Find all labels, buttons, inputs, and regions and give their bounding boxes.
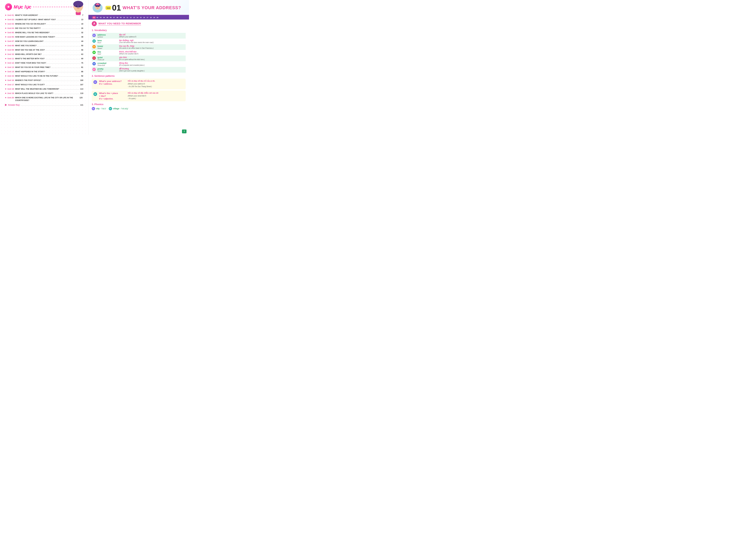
toc-item-text: WHAT DID YOU SEE AT THE ZOO? — [15, 49, 45, 52]
toc-item-17[interactable]: ● Unit 17: WHAT WOULD YOU LIKE TO EAT? 1… — [5, 83, 83, 86]
toc-page-num: 100 — [80, 79, 83, 82]
right-panel: Unit 01 WHAT'S YOUR ADDRESS? ● 01 02 03 … — [88, 0, 189, 135]
vocab-word-cell: like /laɪk/ — [96, 50, 118, 56]
toc-item-20[interactable]: ● Unit 20: WHICH ONE IS MORE EXCITING, L… — [5, 96, 83, 102]
toc-page-num: 32 — [81, 31, 83, 34]
prog-num-17: 17 — [146, 16, 149, 19]
toc-item-18[interactable]: ● Unit 18: WHAT WILL THE WEATHER BE LIKE… — [5, 87, 83, 91]
vocab-vn: tòa cao ốc, tháp — [119, 45, 185, 47]
table-of-contents-list: ● Unit 01: WHAT'S YOUR ADDRESS? 7 ● Unit… — [5, 13, 83, 102]
vocab-row-7: 07 pretty /'prɪt.i/ dễ thương (She's got… — [92, 67, 186, 72]
toc-item-2[interactable]: ● Unit 02: I ALWAYS GET UP EARLY- WHAT A… — [5, 18, 83, 21]
toc-page-num: 69 — [81, 57, 83, 60]
toc-page-num: 75 — [81, 62, 83, 65]
vocab-num-cell: 01 — [92, 33, 96, 39]
prog-num-09: 09 — [119, 16, 122, 19]
vocab-word-cell: tower /taʊər/ — [96, 44, 118, 50]
toc-item-text: DON'T RIDE YOUR BIKE TOO FAST! — [15, 62, 46, 65]
toc-item-15[interactable]: ● Unit 15: WHAT WOULD YOU LIKE TO BE IN … — [5, 74, 83, 77]
toc-unit-label: Unit 04: — [7, 27, 14, 30]
toc-unit-label: Unit 13: — [7, 66, 14, 69]
unit-badge: Unit — [105, 6, 111, 10]
prog-num-10: 10 — [122, 16, 126, 19]
toc-item-7[interactable]: ● Unit 07: HOW DO YOU LEARN ENGLISH? 44 — [5, 39, 83, 43]
phonics-num-1: 01 — [92, 107, 95, 110]
toc-item-3[interactable]: ● Unit 03: WHERE DID YOU GO ON HOLIDAY? … — [5, 22, 83, 26]
vocab-row-6: 06 crowded /'kraʊ.dɪd/ đông đúc (It's a … — [92, 61, 186, 67]
toc-item-text: WHICH ONE IS MORE EXCITING, LIFE IN THE … — [15, 96, 79, 102]
toc-bullet-icon: ● — [5, 87, 6, 91]
prog-num-15: 15 — [139, 16, 143, 19]
toc-item-text: I ALWAYS GET UP EARLY- WHAT ABOUT YOU? — [15, 18, 56, 21]
toc-unit-label: Unit 07: — [7, 40, 14, 43]
toc-item-12[interactable]: ● Unit 12: DON'T RIDE YOUR BIKE TOO FAST… — [5, 61, 83, 65]
page-number: 7 — [182, 129, 186, 133]
sentence-patterns-section: 2. Sentence patterns 01 What's your addr… — [92, 74, 186, 101]
toc-item-19[interactable]: ● Unit 19: WHICH PLACE WOULD YOU LIKE TO… — [5, 91, 83, 95]
toc-page-num: 86 — [81, 70, 83, 73]
sp-meaning-1: Hỏi và đáp về địa chỉ của ai đó. — [128, 80, 184, 82]
vocab-pron: /'kraʊ.dɪd/ — [97, 65, 117, 66]
prog-num-08: 08 — [116, 16, 119, 19]
toc-item-9[interactable]: ● Unit 09: WHAT DID YOU SEE AT THE ZOO? … — [5, 48, 83, 52]
toc-item-text: WHERE'S THE POST OFFICE? — [15, 79, 41, 82]
toc-item-10[interactable]: ● Unit 10: WHEN WILL SPORTS DAY BE? 63 — [5, 53, 83, 56]
toc-page-num: 119 — [80, 92, 83, 95]
vocab-def-cell: địa chỉ (What's your address?) — [118, 33, 186, 39]
vocab-example: (What's the weather like?) — [119, 53, 185, 55]
progress-numbers: ● 01 02 03 04 05 06 07 08 09 10 11 12 13… — [92, 16, 159, 19]
toc-item-text: WHAT HAPPENED IN THE STORY? — [15, 70, 45, 73]
toc-item-8[interactable]: ● Unit 08: WHAT ARE YOU DOING? 50 — [5, 44, 83, 47]
unit-header: Unit 01 WHAT'S YOUR ADDRESS? — [88, 0, 189, 16]
vocab-example: (Turn left where the lane meets the main… — [119, 42, 185, 43]
toc-bullet-icon: ● — [5, 57, 6, 60]
phonics-num-2: 02 — [109, 107, 112, 110]
character-svg — [71, 1, 85, 16]
sp-num-2: 02 — [93, 92, 97, 96]
prog-num-04: 04 — [102, 16, 106, 19]
unit-number: 01 — [112, 4, 121, 12]
toc-dots — [41, 29, 80, 29]
toc-item-4[interactable]: ● Unit 04: DID YOU GO TO THE PARTY? 26 — [5, 26, 83, 30]
prog-num-20: 20 — [156, 16, 159, 19]
toc-unit-label: Unit 18: — [7, 87, 14, 90]
toc-bullet-icon: ● — [5, 83, 6, 86]
toc-item-11[interactable]: ● Unit 11: WHAT'S THE MATTER WITH YOU? 6… — [5, 57, 83, 60]
sp-pattern-text-2c: It's + adjective. — [99, 98, 126, 100]
vocab-word: tower — [97, 45, 117, 48]
vocab-word-cell: quiet /'kwaɪ.ət/ — [96, 56, 118, 61]
svg-point-5 — [76, 10, 80, 13]
vocab-word: quiet — [97, 56, 117, 59]
header-character-svg — [92, 2, 103, 13]
answer-key-icon: ▶ — [5, 103, 7, 106]
vocab-word: lane — [97, 39, 117, 42]
vocab-example: (She's got such a pretty daughter.) — [119, 70, 185, 72]
vocabulary-section-title: 1. Vocabulary — [92, 29, 186, 32]
vocab-vn: đông đúc — [119, 62, 185, 64]
toc-item-16[interactable]: ● Unit 16: WHERE'S THE POST OFFICE? 100 — [5, 78, 83, 82]
vocab-num-badge: 01 — [92, 34, 96, 37]
prog-num-16: 16 — [143, 16, 146, 19]
toc-bullet-icon: ● — [5, 91, 6, 95]
svg-point-9 — [96, 6, 97, 7]
vocab-num-badge: 07 — [92, 68, 96, 71]
toc-item-5[interactable]: ● Unit 05: WHERE WILL YOU BE THIS WEEKEN… — [5, 31, 83, 34]
phonics-item-2: 02 village - /'vɪl.ɪdʒ/ — [109, 107, 128, 110]
toc-item-14[interactable]: ● Unit 14: WHAT HAPPENED IN THE STORY? 8… — [5, 70, 83, 73]
toc-bullet-icon: ● — [5, 61, 6, 65]
toc-item-13[interactable]: ● Unit 13: WHAT DO YOU DO IN YOUR FREE T… — [5, 66, 83, 69]
toc-bullet-icon: ● — [5, 66, 6, 69]
a-label: A — [93, 22, 95, 25]
toc-item-6[interactable]: ● Unit 06: HOW MANY LESSONS DO YOU HAVE … — [5, 35, 83, 39]
toc-unit-label: Unit 11: — [7, 57, 14, 60]
toc-unit-label: Unit 09: — [7, 49, 14, 52]
vocab-num-badge: 06 — [92, 62, 96, 66]
toc-item-text: DID YOU GO TO THE PARTY? — [15, 27, 41, 30]
toc-unit-label: Unit 19: — [7, 92, 14, 95]
unit-badge-text: Unit — [107, 7, 110, 9]
vocab-pron: /'prɪt.i/ — [97, 70, 117, 72]
vocab-num-cell: 07 — [92, 67, 96, 72]
vocab-pron: /'kwaɪ.ət/ — [97, 59, 117, 61]
prog-num-06: 06 — [109, 16, 112, 19]
sp-pattern-text-1b: It's + address. — [99, 83, 126, 85]
